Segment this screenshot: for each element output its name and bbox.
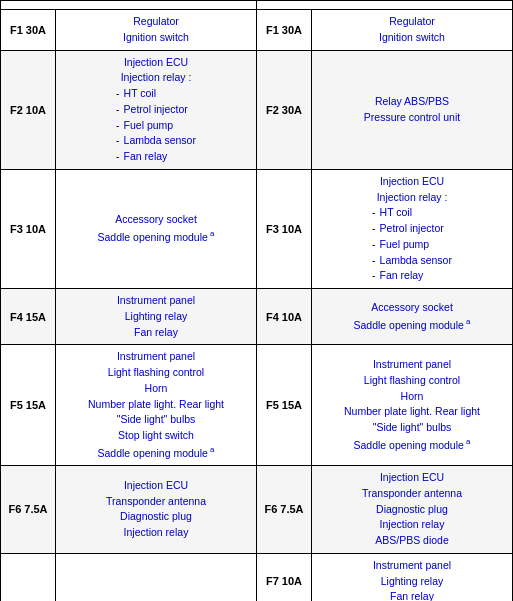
- fuse-label-right-3: F4 10A: [257, 289, 312, 345]
- header-left: [1, 1, 257, 10]
- fuse-label-left-4: F5 15A: [1, 345, 56, 466]
- cell-content-right-5: Injection ECUTransponder antennaDiagnost…: [312, 466, 513, 554]
- cell-content-left-6: [56, 553, 257, 601]
- cell-content-left-1: Injection ECUInjection relay :-HT coil-P…: [56, 50, 257, 169]
- fuse-label-left-0: F1 30A: [1, 10, 56, 51]
- cell-content-right-0: RegulatorIgnition switch: [312, 10, 513, 51]
- cell-content-right-1: Relay ABS/PBSPressure control unit: [312, 50, 513, 169]
- cell-content-right-4: Instrument panelLight flashing controlHo…: [312, 345, 513, 466]
- cell-content-left-2: Accessory socketSaddle opening module a: [56, 169, 257, 288]
- fuse-label-left-3: F4 15A: [1, 289, 56, 345]
- fuse-label-right-1: F2 30A: [257, 50, 312, 169]
- fuse-label-right-0: F1 30A: [257, 10, 312, 51]
- fuse-label-left-2: F3 10A: [1, 169, 56, 288]
- cell-content-left-0: RegulatorIgnition switch: [56, 10, 257, 51]
- cell-content-right-2: Injection ECUInjection relay :-HT coil-P…: [312, 169, 513, 288]
- cell-content-right-6: Instrument panelLighting relayFan relay: [312, 553, 513, 601]
- cell-content-left-4: Instrument panelLight flashing controlHo…: [56, 345, 257, 466]
- fuse-label-left-5: F6 7.5A: [1, 466, 56, 554]
- fuse-label-left-1: F2 10A: [1, 50, 56, 169]
- fuse-label-right-4: F5 15A: [257, 345, 312, 466]
- fuse-label-right-2: F3 10A: [257, 169, 312, 288]
- fuse-label-left-6: [1, 553, 56, 601]
- fuse-label-right-5: F6 7.5A: [257, 466, 312, 554]
- fuse-label-right-6: F7 10A: [257, 553, 312, 601]
- header-right: [257, 1, 513, 10]
- cell-content-right-3: Accessory socketSaddle opening module a: [312, 289, 513, 345]
- fuse-table: F1 30ARegulatorIgnition switchF1 30ARegu…: [0, 0, 513, 601]
- cell-content-left-5: Injection ECUTransponder antennaDiagnost…: [56, 466, 257, 554]
- cell-content-left-3: Instrument panelLighting relayFan relay: [56, 289, 257, 345]
